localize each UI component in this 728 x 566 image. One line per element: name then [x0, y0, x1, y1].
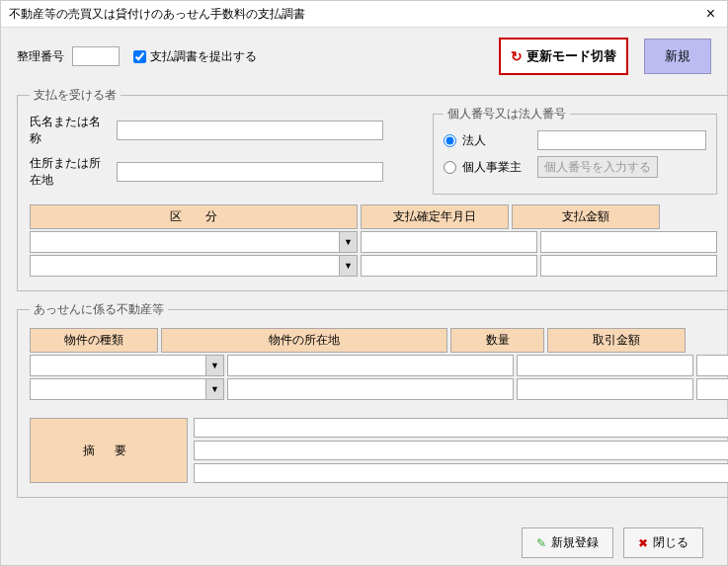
addr-input[interactable] — [117, 162, 383, 182]
col-date: 支払確定年月日 — [361, 204, 509, 229]
ref-number-label: 整理番号 — [17, 48, 64, 65]
addr-label: 住所または所在地 — [30, 155, 109, 189]
qty-input[interactable] — [518, 356, 692, 375]
corp-label: 法人 — [462, 132, 531, 149]
chevron-down-icon[interactable]: ▼ — [339, 256, 357, 276]
chevron-down-icon[interactable]: ▼ — [339, 232, 357, 252]
submit-checkbox-label: 支払調書を提出する — [150, 48, 257, 65]
property-legend: あっせんに係る不動産等 — [30, 301, 168, 318]
payamount-input[interactable] — [541, 256, 716, 276]
close-button[interactable]: ✖ 閉じる — [623, 527, 703, 558]
location-input[interactable] — [228, 379, 513, 399]
close-circle-icon: ✖ — [638, 536, 648, 550]
deal-input[interactable] — [697, 356, 728, 375]
deal-input[interactable] — [697, 379, 728, 399]
summary-line3[interactable] — [194, 463, 728, 483]
pencil-icon: ✎ — [536, 536, 546, 550]
kubun-input[interactable] — [31, 232, 339, 252]
col-kubun: 区 分 — [30, 204, 358, 229]
ref-number-input[interactable] — [72, 46, 120, 66]
type-input[interactable] — [31, 379, 205, 399]
input-personal-number-button[interactable]: 個人番号を入力する — [537, 156, 658, 178]
register-button[interactable]: ✎ 新規登録 — [522, 527, 613, 558]
col-qty: 数量 — [450, 328, 544, 353]
payee-fieldset: 支払を受ける者 氏名または名称 住所または所在地 個人番号又は法人番号 法人 — [17, 87, 728, 291]
payamount-input[interactable] — [541, 232, 716, 252]
submit-checkbox-row[interactable]: 支払調書を提出する — [133, 48, 257, 65]
name-label: 氏名または名称 — [30, 114, 109, 147]
type-input[interactable] — [31, 356, 205, 375]
indiv-radio[interactable] — [444, 161, 456, 174]
new-button[interactable]: 新規 — [644, 39, 711, 74]
col-type: 物件の種類 — [30, 328, 158, 353]
col-location: 物件の所在地 — [161, 328, 447, 353]
summary-label: 摘 要 — [30, 418, 188, 483]
indiv-label: 個人事業主 — [462, 159, 531, 176]
chevron-down-icon[interactable]: ▼ — [205, 356, 223, 375]
payee-legend: 支払を受ける者 — [30, 87, 121, 104]
chevron-down-icon[interactable]: ▼ — [205, 379, 223, 399]
col-amount: 支払金額 — [512, 204, 660, 229]
submit-checkbox[interactable] — [133, 50, 146, 63]
property-row: ▼ — [30, 378, 728, 400]
property-fieldset: あっせんに係る不動産等 物件の種類 物件の所在地 数量 取引金額 ▼ ▼ 摘 要 — [17, 301, 728, 498]
pay-row: ▼ — [30, 231, 717, 253]
summary-line1[interactable] — [194, 418, 728, 438]
paydate-input[interactable] — [362, 232, 536, 252]
pay-row: ▼ — [30, 255, 717, 277]
close-icon[interactable]: × — [702, 5, 719, 23]
col-deal: 取引金額 — [547, 328, 686, 353]
qty-input[interactable] — [518, 379, 692, 399]
property-row: ▼ — [30, 355, 728, 376]
titlebar: 不動産等の売買又は貸付けのあっせん手数料の支払調書 × — [1, 1, 727, 28]
number-legend: 個人番号又は法人番号 — [444, 106, 570, 122]
kubun-input[interactable] — [31, 256, 339, 276]
refresh-icon: ↻ — [511, 48, 523, 64]
number-fieldset: 個人番号又は法人番号 法人 個人事業主 個人番号を入力する — [433, 106, 717, 195]
location-input[interactable] — [228, 356, 513, 375]
summary-line2[interactable] — [194, 441, 728, 460]
name-input[interactable] — [117, 121, 383, 140]
corp-number-input[interactable] — [537, 130, 706, 150]
corp-radio[interactable] — [444, 134, 456, 147]
update-mode-button[interactable]: ↻ 更新モード切替 — [499, 38, 628, 75]
paydate-input[interactable] — [362, 256, 536, 276]
window-title: 不動産等の売買又は貸付けのあっせん手数料の支払調書 — [9, 6, 305, 23]
